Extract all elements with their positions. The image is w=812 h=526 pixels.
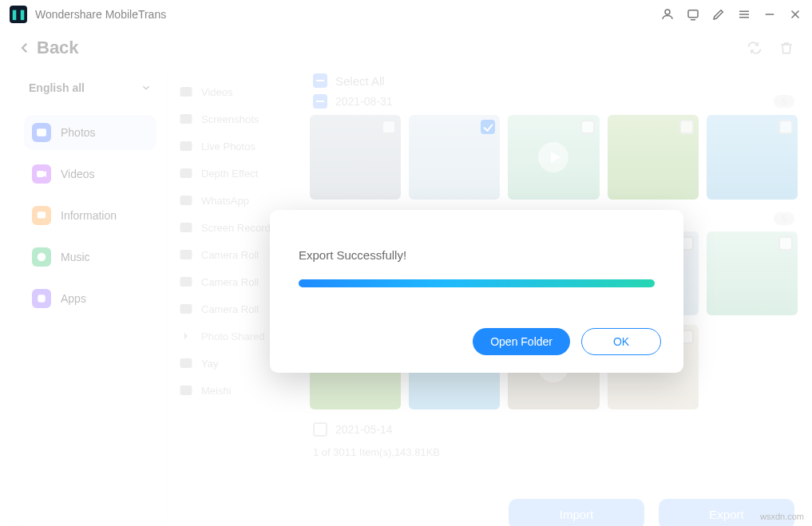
svg-point-28	[183, 362, 185, 364]
trash-icon[interactable]	[778, 40, 794, 56]
sidebar-item-photos[interactable]: Photos	[24, 115, 156, 150]
image-icon	[179, 166, 193, 180]
photo-thumbnail[interactable]	[707, 231, 798, 316]
image-icon	[179, 275, 193, 289]
svg-rect-17	[180, 196, 192, 205]
group-count: 5	[774, 95, 794, 108]
group-checkbox[interactable]	[313, 94, 327, 109]
album-item[interactable]: Screenshots	[174, 105, 305, 132]
album-label: Screenshots	[201, 113, 259, 125]
watermark: wsxdn.com	[760, 512, 804, 521]
sidebar-item-music[interactable]: Music	[24, 239, 156, 275]
thumbnail-checkbox[interactable]	[382, 120, 396, 134]
import-button[interactable]: Import	[509, 499, 644, 526]
select-all-label: Select All	[335, 74, 385, 88]
edit-icon[interactable]	[711, 7, 726, 22]
thumbnail-checkbox[interactable]	[778, 120, 793, 134]
album-label: Depth Effect	[201, 168, 258, 180]
svg-rect-1	[688, 10, 698, 18]
open-folder-button[interactable]: Open Folder	[473, 328, 570, 355]
close-icon[interactable]	[788, 7, 802, 22]
chevron-left-icon	[18, 41, 32, 55]
album-item[interactable]: Meishi	[174, 377, 305, 404]
svg-rect-29	[180, 386, 192, 395]
album-label: Screen Recorder	[201, 222, 279, 234]
group-count: 5	[774, 212, 794, 225]
thumbnail-checkbox[interactable]	[679, 120, 694, 134]
svg-rect-4	[38, 172, 44, 177]
svg-point-18	[183, 199, 185, 201]
group-date: 2021-08-31	[335, 95, 393, 108]
album-label: Videos	[201, 86, 233, 98]
sidebar-item-videos[interactable]: Videos	[24, 156, 156, 192]
svg-rect-13	[180, 142, 192, 151]
image-icon	[179, 356, 193, 370]
album-label: Yay	[201, 358, 218, 370]
album-label: Camera Roll	[201, 249, 259, 261]
menu-icon[interactable]	[737, 7, 751, 22]
photos-icon	[32, 123, 51, 142]
image-icon	[179, 383, 193, 397]
footer-buttons: Import Export	[509, 499, 794, 526]
album-label: Meishi	[201, 385, 232, 397]
svg-point-26	[183, 307, 185, 310]
svg-rect-27	[180, 359, 192, 368]
svg-point-10	[183, 90, 185, 93]
ok-button[interactable]: OK	[581, 328, 661, 355]
photo-thumbnail[interactable]	[608, 115, 699, 200]
language-dropdown[interactable]: English all	[24, 80, 156, 105]
svg-rect-19	[180, 223, 192, 232]
select-all-checkbox[interactable]	[313, 73, 327, 88]
thumbnail-checkbox[interactable]	[580, 120, 595, 134]
sidebar-item-apps[interactable]: Apps	[24, 281, 156, 316]
svg-rect-25	[180, 305, 192, 314]
svg-rect-9	[180, 88, 192, 97]
select-all-row[interactable]: Select All	[310, 70, 798, 91]
photo-thumbnail[interactable]	[310, 115, 401, 200]
image-icon	[179, 302, 193, 316]
date-group-row[interactable]: 2021-08-315	[310, 91, 798, 115]
svg-point-12	[183, 117, 185, 120]
album-item[interactable]: Live Photos	[174, 132, 305, 160]
thumbnail-checkbox[interactable]	[481, 120, 495, 134]
sidebar-item-information[interactable]: Information	[24, 198, 156, 233]
album-label: WhatsApp	[201, 195, 249, 207]
titlebar: ❚❚ Wondershare MobileTrans	[0, 0, 812, 29]
caret-right-icon	[179, 329, 193, 343]
category-label: Apps	[61, 292, 86, 305]
account-icon[interactable]	[660, 7, 675, 22]
thumbnail-grid	[310, 115, 798, 200]
status-text: 1 of 3011 Item(s),143.81KB	[310, 443, 798, 461]
sidebar: English all PhotosVideosInformationMusic…	[14, 67, 166, 526]
chevron-down-icon	[141, 82, 152, 93]
date-group-row[interactable]: 2021-05-14	[310, 419, 798, 443]
language-label: English all	[29, 81, 85, 94]
titlebar-tools	[660, 7, 802, 22]
photo-thumbnail[interactable]	[409, 115, 500, 200]
image-icon	[179, 193, 193, 208]
minimize-icon[interactable]	[762, 7, 777, 22]
svg-rect-5	[38, 212, 45, 218]
photo-thumbnail[interactable]	[508, 115, 599, 200]
progress-bar	[299, 279, 655, 287]
feedback-icon[interactable]	[686, 7, 700, 22]
photo-thumbnail[interactable]	[707, 115, 798, 200]
svg-point-22	[183, 253, 185, 255]
album-item[interactable]: Depth Effect	[174, 160, 305, 187]
apps-icon	[32, 289, 51, 308]
album-label: Live Photos	[201, 140, 255, 152]
image-icon	[179, 139, 193, 153]
app-logo-icon: ❚❚	[10, 6, 27, 23]
back-row: Back	[0, 29, 812, 67]
dialog-buttons: Open Folder OK	[473, 328, 661, 355]
svg-point-20	[183, 226, 185, 228]
image-icon	[179, 220, 193, 235]
back-button[interactable]: Back	[18, 38, 79, 58]
dialog-title: Export Successfully!	[299, 248, 655, 262]
refresh-icon[interactable]	[747, 40, 762, 56]
group-checkbox[interactable]	[313, 422, 327, 437]
album-item[interactable]: Videos	[174, 78, 305, 105]
thumbnail-checkbox[interactable]	[778, 236, 793, 251]
svg-rect-15	[180, 169, 192, 178]
category-label: Videos	[61, 168, 95, 180]
